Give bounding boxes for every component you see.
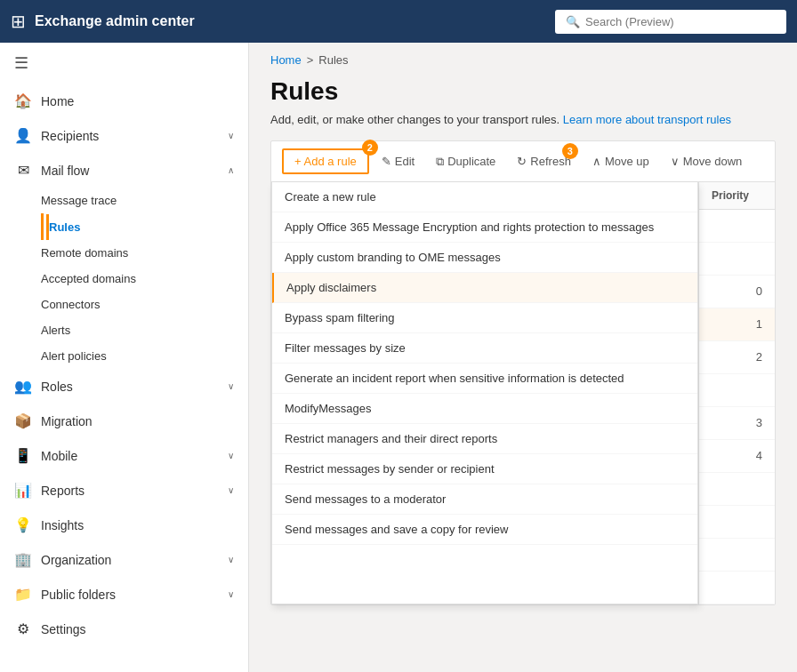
breadcrumb: Home > Rules [249, 43, 797, 70]
page-title: Rules [270, 77, 776, 106]
move-up-button[interactable]: ∧ Move up [584, 150, 658, 172]
migration-icon: 📦 [14, 412, 32, 429]
duplicate-button[interactable]: ⧉ Duplicate [427, 150, 504, 173]
sidebar-item-recipients[interactable]: 👤 Recipients ∨ [0, 118, 248, 153]
main-content: Home > Rules Rules Add, edit, or make ot… [249, 43, 797, 672]
edit-button[interactable]: ✎ Edit [373, 150, 423, 172]
priority-value [699, 539, 775, 572]
sidebar-item-insights[interactable]: 💡 Insights [0, 508, 248, 542]
sidebar-item-settings[interactable]: ⚙ Settings [0, 612, 248, 646]
insights-icon: 💡 [14, 516, 32, 533]
sidebar-item-mobile[interactable]: 📱 Mobile ∨ [0, 438, 248, 473]
sidebar-item-message-trace[interactable]: Message trace [41, 188, 248, 213]
grid-icon[interactable]: ⊞ [11, 11, 26, 32]
learn-more-link[interactable]: Learn more about transport rules [563, 113, 731, 126]
priority-header: Priority [699, 182, 775, 210]
badge-2: 2 [362, 140, 378, 156]
dropdown-item[interactable]: Bypass spam filtering [272, 303, 697, 333]
sidebar-item-connectors[interactable]: Connectors [41, 292, 248, 317]
toolbar-area: 2 + Add a rule ✎ Edit ⧉ Duplicate ↻ [271, 141, 775, 604]
priority-value [699, 572, 775, 604]
mail-flow-submenu: Message trace Rules Remote domains Accep… [0, 188, 248, 369]
sidebar-item-public-folders[interactable]: 📁 Public folders ∨ [0, 577, 248, 612]
public-folders-icon: 📁 [14, 586, 32, 603]
home-icon: 🏠 [14, 92, 32, 109]
dropdown-item[interactable]: Restrict messages by sender or recipient [272, 454, 697, 484]
dropdown-item[interactable]: Filter messages by size [272, 333, 697, 364]
search-box[interactable]: 🔍 [555, 10, 786, 34]
active-bar [41, 213, 44, 240]
page-description: Add, edit, or make other changes to your… [270, 113, 776, 126]
sidebar-item-accepted-domains[interactable]: Accepted domains [41, 266, 248, 292]
search-icon: 🔍 [566, 15, 580, 28]
edit-icon: ✎ [382, 155, 391, 168]
priority-value: 0 [699, 276, 775, 308]
chevron-down-icon: ∨ [228, 381, 234, 391]
sidebar-item-roles[interactable]: 👥 Roles ∨ [0, 369, 248, 404]
badge-3: 3 [562, 143, 578, 159]
sidebar-item-organization[interactable]: 🏢 Organization ∨ [0, 542, 248, 577]
search-input[interactable] [585, 15, 776, 28]
dropdown-item[interactable]: Send messages to a moderator [272, 484, 697, 515]
add-button-container: 2 + Add a rule [282, 148, 369, 174]
sidebar-item-migration[interactable]: 📦 Migration [0, 404, 248, 438]
priority-value [699, 210, 775, 243]
dropdown-menu: Create a new ruleApply Office 365 Messag… [271, 182, 698, 604]
priority-column: Priority 01234 [698, 182, 775, 604]
dropdown-item[interactable]: Apply custom branding to OME messages [272, 243, 697, 273]
priority-value [699, 374, 775, 407]
toolbar: 2 + Add a rule ✎ Edit ⧉ Duplicate ↻ [271, 141, 775, 182]
dropdown-item[interactable]: Restrict managers and their direct repor… [272, 424, 697, 454]
sidebar-item-rules[interactable]: Rules [46, 214, 94, 240]
refresh-icon: ↻ [517, 155, 527, 168]
chevron-down-icon: ∨ [228, 131, 234, 140]
breadcrumb-separator: > [307, 53, 314, 67]
chevron-up-icon: ∧ [228, 165, 234, 175]
dropdown-and-table: Create a new ruleApply Office 365 Messag… [271, 182, 775, 604]
priority-value [699, 243, 775, 276]
breadcrumb-current: Rules [318, 53, 348, 67]
sidebar-toggle[interactable]: ☰ [0, 43, 248, 84]
settings-icon: ⚙ [14, 620, 32, 637]
priority-value: 2 [699, 341, 775, 374]
roles-icon: 👥 [14, 378, 32, 395]
dropdown-item[interactable]: Apply disclaimers [272, 273, 697, 303]
chevron-down-icon: ∨ [671, 155, 680, 168]
badge-2-container: 2 [362, 140, 378, 156]
chevron-down-icon: ∨ [228, 485, 234, 495]
breadcrumb-home[interactable]: Home [270, 53, 302, 67]
priority-value: 4 [699, 440, 775, 473]
priority-value: 3 [699, 407, 775, 440]
topbar: ⊞ Exchange admin center 🔍 [0, 0, 797, 43]
sidebar-item-reports[interactable]: 📊 Reports ∨ [0, 473, 248, 508]
move-down-button[interactable]: ∨ Move down [662, 150, 751, 172]
dropdown-item[interactable]: Send messages and save a copy for review [272, 515, 697, 545]
sidebar-item-home[interactable]: 🏠 Home [0, 84, 248, 118]
sidebar-item-remote-domains[interactable]: Remote domains [41, 240, 248, 266]
add-rule-button[interactable]: + Add a rule [282, 148, 369, 174]
recipients-icon: 👤 [14, 127, 32, 144]
refresh-button[interactable]: ↻ Refresh 3 [508, 150, 580, 172]
page-header: Rules Add, edit, or make other changes t… [249, 70, 797, 140]
chevron-down-icon: ∨ [228, 555, 234, 564]
reports-icon: 📊 [14, 482, 32, 499]
dropdown-item[interactable]: Generate an incident report when sensiti… [272, 364, 697, 394]
content-card: 2 + Add a rule ✎ Edit ⧉ Duplicate ↻ [270, 140, 776, 605]
sidebar-item-alerts[interactable]: Alerts [41, 317, 248, 343]
dropdown-item[interactable]: Create a new rule [272, 182, 697, 212]
chevron-down-icon: ∨ [228, 589, 234, 599]
sidebar-item-rules-row: Rules [41, 213, 248, 240]
dropdown-item[interactable]: ModifyMessages [272, 394, 697, 424]
dropdown-items: Create a new ruleApply Office 365 Messag… [272, 182, 697, 545]
priority-value [699, 506, 775, 539]
sidebar-item-mail-flow[interactable]: ✉ Mail flow ∧ [0, 153, 248, 188]
chevron-up-icon: ∧ [592, 155, 601, 168]
sidebar-item-alert-policies[interactable]: Alert policies [41, 343, 248, 369]
chevron-down-icon: ∨ [228, 451, 234, 460]
app-title: Exchange admin center [35, 13, 195, 29]
organization-icon: 🏢 [14, 551, 32, 568]
duplicate-icon: ⧉ [436, 155, 444, 169]
priority-values: 01234 [699, 210, 775, 604]
dropdown-item[interactable]: Apply Office 365 Message Encryption and … [272, 212, 697, 243]
mobile-icon: 📱 [14, 447, 32, 464]
